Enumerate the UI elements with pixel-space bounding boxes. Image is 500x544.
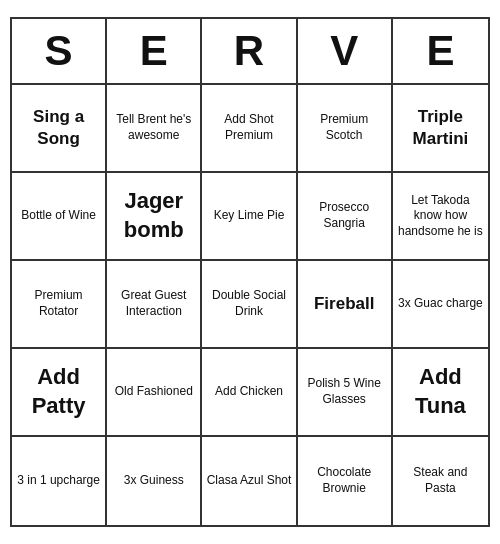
bingo-cell-16[interactable]: Old Fashioned — [107, 349, 202, 437]
header-letter-S: S — [12, 19, 107, 83]
bingo-cell-22[interactable]: Clasa Azul Shot — [202, 437, 297, 525]
header-letter-E: E — [107, 19, 202, 83]
bingo-cell-20[interactable]: 3 in 1 upcharge — [12, 437, 107, 525]
bingo-cell-12[interactable]: Double Social Drink — [202, 261, 297, 349]
bingo-cell-4[interactable]: Triple Martini — [393, 85, 488, 173]
bingo-grid: Sing a SongTell Brent he's awesomeAdd Sh… — [12, 85, 488, 525]
bingo-cell-2[interactable]: Add Shot Premium — [202, 85, 297, 173]
bingo-cell-24[interactable]: Steak and Pasta — [393, 437, 488, 525]
bingo-cell-8[interactable]: Prosecco Sangria — [298, 173, 393, 261]
bingo-cell-14[interactable]: 3x Guac charge — [393, 261, 488, 349]
bingo-cell-17[interactable]: Add Chicken — [202, 349, 297, 437]
header-letter-V: V — [298, 19, 393, 83]
bingo-cell-6[interactable]: Jager bomb — [107, 173, 202, 261]
bingo-cell-5[interactable]: Bottle of Wine — [12, 173, 107, 261]
bingo-cell-18[interactable]: Polish 5 Wine Glasses — [298, 349, 393, 437]
bingo-card: SERVE Sing a SongTell Brent he's awesome… — [10, 17, 490, 527]
bingo-cell-0[interactable]: Sing a Song — [12, 85, 107, 173]
bingo-header: SERVE — [12, 19, 488, 85]
header-letter-R: R — [202, 19, 297, 83]
bingo-cell-21[interactable]: 3x Guiness — [107, 437, 202, 525]
bingo-cell-3[interactable]: Premium Scotch — [298, 85, 393, 173]
bingo-cell-9[interactable]: Let Takoda know how handsome he is — [393, 173, 488, 261]
bingo-cell-23[interactable]: Chocolate Brownie — [298, 437, 393, 525]
bingo-cell-15[interactable]: Add Patty — [12, 349, 107, 437]
bingo-cell-19[interactable]: Add Tuna — [393, 349, 488, 437]
bingo-cell-13[interactable]: Fireball — [298, 261, 393, 349]
header-letter-E: E — [393, 19, 488, 83]
bingo-cell-1[interactable]: Tell Brent he's awesome — [107, 85, 202, 173]
bingo-cell-10[interactable]: Premium Rotator — [12, 261, 107, 349]
bingo-cell-11[interactable]: Great Guest Interaction — [107, 261, 202, 349]
bingo-cell-7[interactable]: Key Lime Pie — [202, 173, 297, 261]
